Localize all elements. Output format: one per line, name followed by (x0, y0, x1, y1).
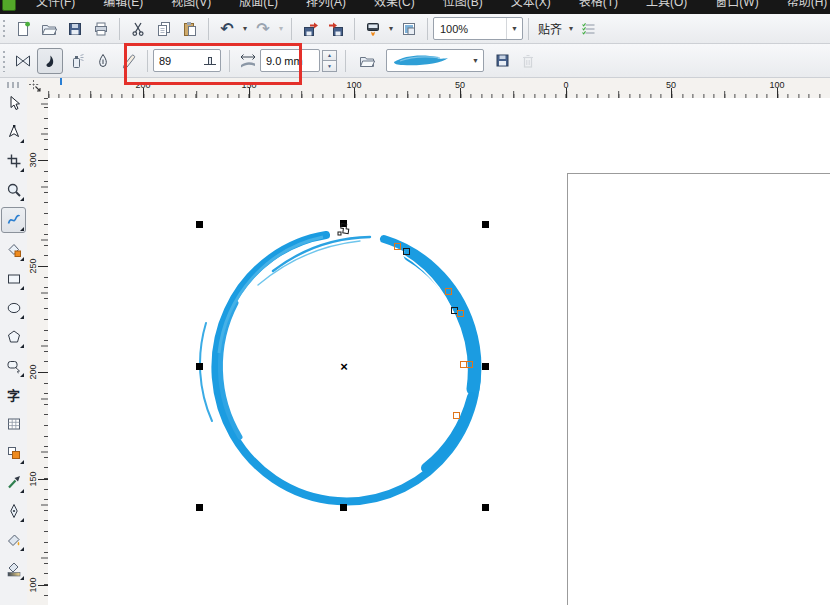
selection-handle-middle-left[interactable] (196, 363, 203, 370)
welcome-screen-icon (401, 21, 417, 37)
redo-dropdown-arrow: ▾ (276, 24, 286, 33)
standard-toolbar: ↶ ▾ ↷ ▾ ▾ 100% ▼ 贴齐 ▾ (0, 14, 830, 44)
smoothing-slider-icon[interactable] (202, 54, 220, 68)
selection-handle-bottom-center[interactable] (340, 504, 347, 511)
sprayer-mode-button[interactable] (65, 49, 89, 73)
selection-handle-bottom-right[interactable] (482, 504, 489, 511)
horizontal-ruler[interactable]: 200 150 100 50 0 50 100 (48, 78, 830, 99)
menu-arrange[interactable]: 排列(A) (292, 0, 360, 11)
menu-text[interactable]: 文本(X) (497, 0, 565, 11)
pick-tool[interactable] (2, 91, 25, 115)
selection-handle-top-right[interactable] (482, 221, 489, 228)
welcome-screen-button[interactable] (397, 17, 421, 41)
toolbox-grip[interactable] (7, 82, 21, 88)
preset-mode-icon (14, 53, 32, 69)
options-checklist-icon (581, 21, 597, 37)
stroke-list-preview-dropdown[interactable]: ▼ (386, 49, 484, 72)
menu-file[interactable]: 文件(F) (22, 0, 89, 11)
snap-to-dropdown-arrow[interactable]: ▾ (566, 24, 576, 33)
curve-node[interactable] (394, 243, 401, 250)
drawing-canvas[interactable]: × (48, 98, 830, 605)
save-artistic-media-stroke-button[interactable] (490, 49, 514, 73)
import-button[interactable] (298, 17, 322, 41)
ellipse-tool[interactable] (2, 296, 25, 320)
toolbar-grip[interactable] (1, 18, 8, 38)
browse-folder-icon (359, 53, 375, 69)
open-button[interactable] (37, 17, 61, 41)
options-button[interactable] (577, 17, 601, 41)
selection-handle-bottom-left[interactable] (196, 504, 203, 511)
fill-tool[interactable] (2, 528, 25, 552)
crop-tool[interactable] (2, 149, 25, 173)
menu-tools[interactable]: 工具(O) (632, 0, 701, 11)
menu-edit[interactable]: 编辑(E) (89, 0, 157, 11)
curve-node[interactable] (403, 248, 410, 255)
ruler-origin[interactable] (27, 78, 48, 98)
vertical-ruler[interactable]: 300 250 200 150 100 (27, 98, 49, 605)
print-button[interactable] (89, 17, 113, 41)
interactive-fill-tool[interactable] (2, 557, 25, 581)
undo-dropdown-arrow[interactable]: ▾ (240, 24, 250, 33)
spin-up-button[interactable]: ▲ (322, 50, 337, 62)
zoom-combo-arrow-icon[interactable]: ▼ (506, 18, 522, 39)
polygon-tool[interactable] (2, 325, 25, 349)
pressure-pen-mode-button[interactable] (117, 49, 141, 73)
curve-node[interactable] (445, 288, 452, 295)
paste-button[interactable] (178, 17, 202, 41)
selection-center-marker[interactable]: × (340, 362, 348, 372)
menu-bitmaps[interactable]: 位图(B) (429, 0, 497, 11)
color-eyedropper-tool[interactable] (2, 470, 25, 494)
browse-folder-button[interactable] (355, 49, 379, 73)
curve-node[interactable] (466, 361, 473, 368)
menu-table[interactable]: 表格(T) (565, 0, 632, 11)
rectangle-tool[interactable] (2, 267, 25, 291)
calligraphic-mode-button[interactable] (91, 49, 115, 73)
shape-tool[interactable] (2, 120, 25, 144)
snap-to-button[interactable]: 贴齐 (534, 17, 566, 40)
stroke-preview-swatch (387, 53, 468, 68)
ruler-label: 200 (135, 80, 150, 90)
basic-shapes-tool-icon (6, 358, 22, 374)
text-tool-icon: 字 (7, 389, 20, 402)
property-bar-grip[interactable] (1, 49, 8, 72)
export-button[interactable] (324, 17, 348, 41)
selection-handle-top-left[interactable] (196, 221, 203, 228)
selection-handle-middle-right[interactable] (482, 363, 489, 370)
text-tool[interactable]: 字 (2, 383, 25, 407)
menu-help[interactable]: 帮助(H) (773, 0, 830, 11)
redo-button: ↷ (251, 17, 275, 41)
copy-button[interactable] (152, 17, 176, 41)
menu-view[interactable]: 视图(V) (157, 0, 225, 11)
new-document-button[interactable] (11, 17, 35, 41)
brush-mode-button[interactable] (37, 48, 63, 74)
curve-node[interactable] (457, 310, 464, 317)
outline-pen-tool[interactable] (2, 499, 25, 523)
cut-button[interactable] (126, 17, 150, 41)
menu-layout[interactable]: 版面(L) (225, 0, 292, 11)
preset-mode-button[interactable] (11, 49, 35, 73)
spin-down-button[interactable]: ▼ (322, 61, 337, 72)
freehand-smoothing-field[interactable]: 89 (153, 49, 221, 72)
ruler-label: 150 (241, 80, 256, 90)
save-icon (67, 21, 83, 37)
blend-tool[interactable] (2, 441, 25, 465)
basic-shapes-tool[interactable] (2, 354, 25, 378)
curve-node[interactable] (453, 412, 460, 419)
crop-tool-icon (6, 153, 22, 169)
ruler-label: 300 (28, 152, 38, 167)
zoom-tool[interactable] (2, 178, 25, 202)
pick-tool-icon (6, 95, 22, 111)
smart-fill-tool[interactable] (2, 238, 25, 262)
application-launcher-icon (365, 21, 381, 37)
menu-effects[interactable]: 效果(C) (360, 0, 429, 11)
application-launcher-button[interactable] (361, 17, 385, 41)
stroke-width-field[interactable]: 9.0 mm (260, 49, 320, 72)
save-button[interactable] (63, 17, 87, 41)
freehand-artistic-media-tool[interactable] (1, 207, 26, 233)
zoom-level-combo[interactable]: 100% ▼ (433, 17, 523, 40)
stroke-preview-arrow-icon[interactable]: ▼ (468, 50, 483, 71)
undo-button[interactable]: ↶ (215, 17, 239, 41)
application-launcher-dropdown-arrow[interactable]: ▾ (386, 24, 396, 33)
table-tool[interactable] (2, 412, 25, 436)
menu-window[interactable]: 窗口(W) (701, 0, 772, 11)
